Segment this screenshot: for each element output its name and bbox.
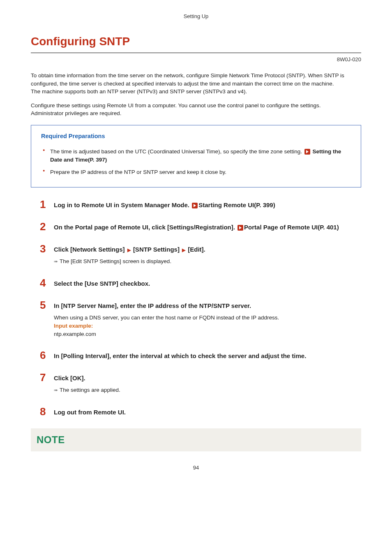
step-text-a: Click [Network Settings] <box>54 246 127 253</box>
step-number: 6 <box>40 350 51 361</box>
intro-block: To obtain time information from the time… <box>31 72 361 118</box>
step-text: Click [Network Settings] ▶ [SNTP Setting… <box>54 243 205 254</box>
step-7: 7 Click [OK]. ➠The settings are applied. <box>31 372 361 394</box>
step-text: In [NTP Server Name], enter the IP addre… <box>54 300 251 310</box>
step-result-text: The [Edit SNTP Settings] screen is displ… <box>60 258 171 264</box>
step-5: 5 In [NTP Server Name], enter the IP add… <box>31 300 361 339</box>
section-header: Setting Up <box>31 12 361 21</box>
step-text-c: [Edit]. <box>188 246 205 253</box>
step-number: 3 <box>40 243 51 254</box>
step-result-text: The settings are applied. <box>60 387 120 393</box>
link-icon[interactable] <box>304 149 310 155</box>
triangle-icon: ▶ <box>127 247 131 252</box>
preparations-box: Required Preparations The time is adjust… <box>31 125 361 188</box>
link-icon[interactable] <box>238 225 243 231</box>
note-box: NOTE <box>31 428 361 451</box>
step-1: 1 Log in to Remote UI in System Manager … <box>31 199 361 210</box>
doc-code: 8W0J-020 <box>31 56 361 64</box>
step-number: 5 <box>40 300 51 310</box>
step-number: 7 <box>40 372 51 383</box>
step-text-a: Log in to Remote UI in System Manager Mo… <box>54 201 191 208</box>
link-icon[interactable] <box>192 203 198 208</box>
step-number: 8 <box>40 406 51 417</box>
step-3: 3 Click [Network Settings] ▶ [SNTP Setti… <box>31 243 361 266</box>
step-text: Select the [Use SNTP] checkbox. <box>54 278 150 288</box>
step-text: On the Portal page of Remote UI, click [… <box>54 221 339 231</box>
step-result: ➠The [Edit SNTP Settings] screen is disp… <box>31 257 361 266</box>
step-text-a: On the Portal page of Remote UI, click [… <box>54 224 237 231</box>
prep-item-1: The time is adjusted based on the UTC (C… <box>43 148 353 164</box>
page-number: 94 <box>31 464 361 472</box>
step-subtext: When using a DNS server, you can enter t… <box>31 314 361 339</box>
step-6: 6 In [Polling Interval], enter the inter… <box>31 350 361 361</box>
step-text: In [Polling Interval], enter the interva… <box>54 350 306 360</box>
input-example-label: Input example: <box>54 322 361 330</box>
intro-para-2: The machine supports both an NTP server … <box>31 88 361 96</box>
prep-item-1-text: The time is adjusted based on the UTC (C… <box>50 148 304 155</box>
step-2: 2 On the Portal page of Remote UI, click… <box>31 221 361 232</box>
prep-item-2: Prepare the IP address of the NTP or SNT… <box>43 168 353 176</box>
step-8: 8 Log out from Remote UI. <box>31 406 361 417</box>
intro-para-4: Administrator privileges are required. <box>31 109 361 118</box>
step-sub-1: When using a DNS server, you can enter t… <box>54 314 361 322</box>
intro-para-1: To obtain time information from the time… <box>31 72 361 88</box>
triangle-icon: ▶ <box>182 247 185 252</box>
step-text-b: [SNTP Settings] <box>133 246 181 253</box>
note-title: NOTE <box>37 432 355 447</box>
page-title: Configuring SNTP <box>31 33 361 53</box>
step-number: 2 <box>40 221 51 232</box>
step-4: 4 Select the [Use SNTP] checkbox. <box>31 278 361 288</box>
step-number: 1 <box>40 199 51 210</box>
step-result: ➠The settings are applied. <box>31 386 361 394</box>
step-text: Log out from Remote UI. <box>54 406 126 416</box>
preparations-title: Required Preparations <box>41 132 353 141</box>
step-link[interactable]: Starting Remote UI(P. 399) <box>198 201 275 208</box>
step-number: 4 <box>40 278 51 288</box>
input-example-value: ntp.example.com <box>54 330 361 338</box>
intro-para-3: Configure these settings using Remote UI… <box>31 102 361 110</box>
result-arrow-icon: ➠ <box>54 387 58 393</box>
result-arrow-icon: ➠ <box>54 259 58 264</box>
step-text: Click [OK]. <box>54 372 85 382</box>
step-text: Log in to Remote UI in System Manager Mo… <box>54 199 275 209</box>
step-link[interactable]: Portal Page of Remote UI(P. 401) <box>244 224 339 231</box>
